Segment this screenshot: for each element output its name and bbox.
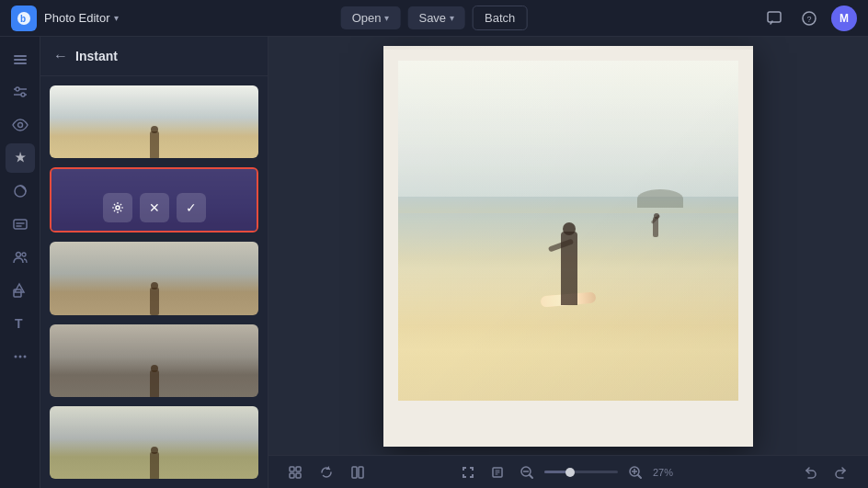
icon-sidebar: T (0, 37, 40, 488)
app-name-button[interactable]: Photo Editor ▾ (44, 11, 119, 25)
zoom-percent-label: 27% (653, 467, 680, 478)
photo-surfer-background (646, 200, 665, 237)
svg-rect-27 (290, 473, 294, 478)
save-label: Save (418, 11, 446, 25)
svg-rect-6 (14, 59, 27, 61)
confirm-icon: ✓ (186, 200, 197, 215)
sidebar-more-icon-button[interactable] (6, 342, 35, 371)
preset-thumb-instant2: ✕ ✓ (51, 169, 257, 233)
panel-title: Instant (75, 49, 118, 63)
open-label: Open (352, 11, 382, 25)
help-icon-button[interactable]: ? (796, 6, 822, 31)
open-button[interactable]: Open ▾ (341, 6, 401, 29)
preset-settings-button[interactable] (103, 193, 132, 222)
topbar-center-actions: Open ▾ Save ▾ Batch (341, 6, 528, 30)
app-name-chevron-icon: ▾ (114, 13, 119, 23)
back-arrow-icon: ← (53, 48, 68, 64)
preset-figure-instant5 (146, 443, 163, 479)
main-area: T ← Instant Instant 1 (0, 37, 868, 488)
zoom-in-button[interactable] (623, 460, 647, 484)
zoom-slider-thumb (565, 468, 575, 477)
preset-thumb-instant5 (50, 406, 258, 479)
svg-point-8 (16, 87, 19, 91)
sidebar-text-icon-button[interactable]: T (6, 309, 35, 338)
redo-button[interactable] (829, 460, 853, 484)
preset-item-instant1[interactable]: Instant 1 (50, 85, 258, 158)
grid-icon-button[interactable] (346, 460, 370, 484)
save-chevron-icon: ▾ (450, 13, 454, 23)
preset-figure-instant1 (146, 122, 163, 158)
svg-point-23 (23, 356, 26, 358)
fit-to-screen-button[interactable] (485, 460, 509, 484)
preset-item-instant2[interactable]: ✕ ✓ (50, 167, 258, 233)
preset-thumb-instant3 (50, 242, 258, 314)
svg-rect-5 (14, 55, 27, 57)
preset-item-instant4[interactable]: Instant 4 (50, 324, 258, 397)
rotate-icon-button[interactable] (314, 460, 338, 484)
fit-canvas-button[interactable] (456, 460, 480, 484)
svg-point-9 (21, 93, 25, 96)
bottombar-left-tools (283, 460, 370, 484)
svg-point-24 (116, 206, 120, 210)
photo-scene (398, 61, 738, 401)
preset-item-instant5[interactable]: Instant 5 (50, 406, 258, 479)
undo-button[interactable] (798, 460, 822, 484)
svg-point-17 (16, 253, 20, 257)
open-chevron-icon: ▾ (384, 13, 389, 23)
presets-panel: ← Instant Instant 1 (40, 37, 268, 488)
save-button[interactable]: Save ▾ (407, 6, 465, 29)
svg-line-34 (530, 475, 532, 478)
svg-point-18 (22, 253, 26, 256)
sidebar-effects-icon-button[interactable] (6, 143, 35, 173)
panel-back-button[interactable]: ← (53, 48, 68, 64)
sidebar-people-icon-button[interactable] (6, 243, 35, 272)
svg-point-22 (18, 356, 21, 358)
sidebar-paint-icon-button[interactable] (6, 176, 35, 206)
expand-icon-button[interactable] (283, 460, 307, 484)
app-name-label: Photo Editor (44, 11, 110, 25)
sidebar-adjustments-icon-button[interactable] (6, 77, 35, 107)
svg-text:b: b (20, 14, 26, 24)
svg-rect-2 (768, 12, 781, 22)
panel-header: ← Instant (40, 37, 268, 76)
avatar-initials: M (839, 12, 849, 25)
sidebar-layers2-icon-button[interactable] (6, 210, 35, 239)
chat-icon-button[interactable] (761, 6, 787, 31)
presets-list: Instant 1 ✕ (40, 76, 268, 488)
surfer-head (563, 222, 576, 235)
svg-point-14 (17, 123, 22, 128)
preset-confirm-button[interactable]: ✓ (177, 193, 206, 222)
sidebar-shapes-icon-button[interactable] (6, 276, 35, 305)
bottombar: 27% (268, 455, 868, 488)
preset-controls: ✕ ✓ (51, 169, 257, 233)
preset-figure-instant4 (146, 361, 163, 397)
batch-label: Batch (485, 11, 515, 25)
svg-point-21 (14, 356, 17, 358)
svg-text:T: T (15, 316, 23, 331)
app-logo[interactable]: b (11, 6, 37, 31)
svg-rect-26 (296, 467, 301, 471)
preset-item-instant3[interactable]: Instant 3 (50, 242, 258, 314)
svg-rect-30 (359, 467, 363, 478)
canvas-viewport[interactable] (268, 37, 868, 455)
svg-text:?: ? (807, 15, 812, 24)
preset-figure-instant3 (146, 278, 163, 314)
bottombar-right-tools (798, 460, 853, 484)
zoom-out-button[interactable] (515, 460, 539, 484)
sidebar-preview-icon-button[interactable] (6, 110, 35, 140)
preset-thumb-instant1 (50, 85, 258, 158)
topbar-right-actions: ? M (761, 6, 857, 31)
bottombar-center-zoom: 27% (456, 460, 680, 484)
sidebar-layers-icon-button[interactable] (6, 44, 35, 74)
zoom-slider[interactable] (544, 471, 618, 473)
batch-button[interactable]: Batch (473, 6, 527, 30)
svg-line-38 (638, 475, 641, 478)
user-avatar[interactable]: M (831, 6, 857, 31)
canvas-area: 27% (268, 37, 868, 488)
svg-rect-29 (352, 467, 357, 478)
cancel-icon: ✕ (149, 200, 160, 215)
preset-thumb-instant4 (50, 324, 258, 397)
preset-control-row: ✕ ✓ (103, 193, 206, 222)
preset-cancel-button[interactable]: ✕ (140, 193, 169, 222)
polaroid-frame (383, 46, 753, 447)
